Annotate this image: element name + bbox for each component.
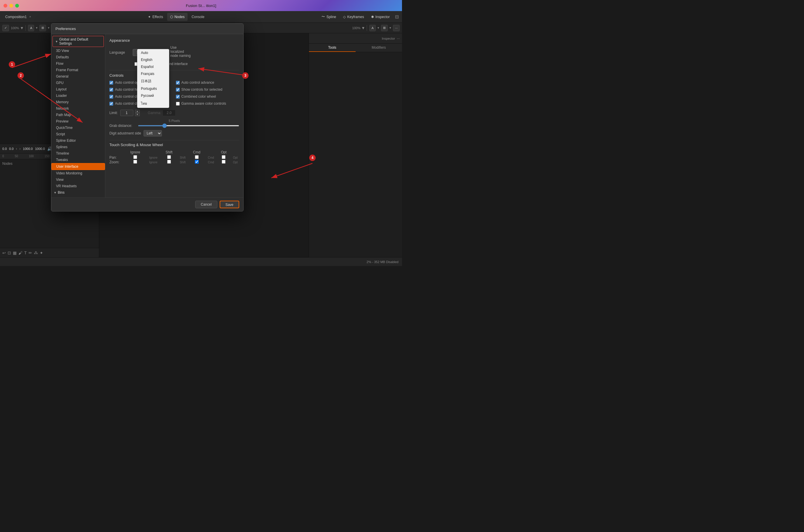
show-controls-checkbox[interactable] (176, 88, 180, 92)
limit-up[interactable]: ▲ (135, 110, 140, 113)
keyframes-tab[interactable]: ◇ Keyframes (340, 13, 367, 21)
auto-close-tools-checkbox[interactable] (109, 95, 113, 99)
prev-frame-btn[interactable]: ‹ (16, 147, 17, 151)
inspector-more-btn[interactable]: ··· (393, 25, 400, 31)
tab-modifiers[interactable]: Modifiers (356, 44, 402, 52)
tool-paint-btn[interactable]: 🖌 (18, 250, 22, 255)
inspector-text-btn[interactable]: A (369, 25, 375, 31)
inspector-zoom-arrow[interactable]: ▾ (362, 25, 364, 31)
sidebar-timeline[interactable]: Timeline (51, 150, 105, 157)
tool-text-btn[interactable]: T (24, 250, 27, 255)
gamma-input[interactable] (163, 110, 175, 116)
tool-select-btn[interactable]: ↩ (2, 250, 6, 255)
tool-particle-btn[interactable]: ⁂ (34, 250, 38, 255)
sidebar-video-monitoring[interactable]: Video Monitoring (51, 170, 105, 176)
save-button[interactable]: Save (220, 201, 239, 208)
minimize-button[interactable] (10, 4, 13, 7)
sidebar-user-interface[interactable]: User Interface (51, 163, 105, 170)
effects-tab[interactable]: ✦ Effects (145, 13, 166, 21)
pan-shift-checkbox[interactable] (167, 155, 171, 159)
global-settings-section[interactable]: ▼ Global and Default Settings (53, 36, 104, 47)
checkmark-button[interactable]: ✓ (2, 25, 9, 31)
sidebar-view[interactable]: View (51, 176, 105, 183)
sidebar-gpu[interactable]: GPU (51, 80, 105, 86)
text-dropdown[interactable]: ▾ (36, 26, 38, 30)
digit-side-select[interactable]: Left Right (144, 130, 162, 136)
sidebar-tweaks[interactable]: Tweaks (51, 157, 105, 163)
next-frame-btn[interactable]: › (20, 147, 21, 151)
auto-close-modifiers-checkbox[interactable] (109, 102, 113, 106)
tool-grid-btn[interactable]: ▦ (13, 250, 17, 255)
zoom-cmd-checkbox[interactable] (195, 160, 199, 164)
spline-tab[interactable]: 〜 Spline (319, 13, 339, 21)
language-select[interactable]: 简体中文 (133, 49, 162, 56)
main-toolbar: Composition1 × ✦ Effects ⬡ Nodes Console… (0, 11, 402, 23)
sidebar-flow[interactable]: Flow (51, 60, 105, 67)
sidebar-memory[interactable]: Memory (51, 99, 105, 105)
nodes-tab[interactable]: ⬡ Nodes (167, 13, 188, 21)
sidebar-path-map[interactable]: Path Map (51, 112, 105, 118)
sidebar-layout[interactable]: Layout (51, 86, 105, 93)
gamma-aware-checkbox[interactable] (176, 102, 180, 106)
inspector-label: Inspector (375, 15, 390, 19)
inspector-view-btn[interactable]: ⊞ (381, 25, 388, 31)
sidebar-preview[interactable]: Preview (51, 118, 105, 125)
bins-section[interactable]: ▼ Bins (51, 189, 105, 196)
sidebar-general[interactable]: General (51, 73, 105, 80)
inspector-tab[interactable]: ✱ Inspector (368, 13, 393, 21)
console-tab[interactable]: Console (189, 13, 207, 21)
dropdown-arrow[interactable]: ▾ (21, 25, 23, 31)
zoom-opt-checkbox[interactable] (222, 160, 225, 164)
gray-bg-checkbox[interactable] (134, 62, 138, 66)
inspector-text-arrow[interactable]: ▾ (377, 26, 379, 30)
composition-tab[interactable]: Composition1 × (2, 13, 34, 21)
grab-distance-slider[interactable] (138, 125, 239, 126)
sidebar-loader[interactable]: Loader (51, 93, 105, 99)
auto-open-label: Auto control open (115, 80, 142, 84)
pan-opt-checkbox[interactable] (222, 155, 225, 159)
col-ignore-header: Ignore (124, 149, 147, 155)
sidebar-security[interactable]: Security (51, 196, 105, 197)
spline-label: Spline (326, 15, 336, 19)
combined-color-checkbox[interactable] (176, 95, 180, 99)
grab-distance-label: Grab distance: (109, 124, 136, 128)
preferences-dialog[interactable]: Preferences ▼ Global and Default Setting… (51, 23, 244, 211)
close-button[interactable] (3, 4, 7, 7)
sidebar-quicktime[interactable]: QuickTime (51, 125, 105, 131)
inspector-view-arrow[interactable]: ▾ (390, 26, 391, 30)
text-button[interactable]: A (28, 25, 34, 31)
sidebar-spline-editor[interactable]: Spline Editor (51, 137, 105, 144)
tool-box-btn[interactable]: ⊡ (7, 250, 11, 255)
auto-advance-checkbox[interactable] (176, 81, 180, 84)
zoom-ignore-checkbox[interactable] (133, 160, 137, 164)
composition-tab-close[interactable]: × (29, 15, 31, 18)
zoom-shift-checkbox[interactable] (167, 160, 171, 164)
limit-down[interactable]: ▼ (135, 113, 140, 116)
maximize-button[interactable] (15, 4, 19, 7)
col-opt-header: Opt (216, 149, 231, 155)
pan-ignore-checkbox[interactable] (133, 155, 137, 159)
touch-header: Touch Scrolling & Mouse Wheel (109, 142, 239, 147)
sidebar-vr-headsets[interactable]: VR Headsets (51, 183, 105, 189)
limit-input[interactable] (120, 110, 133, 116)
sidebar-defaults[interactable]: Defaults (51, 54, 105, 60)
sidebar-script[interactable]: Script (51, 131, 105, 137)
auto-open-checkbox[interactable] (109, 81, 113, 84)
tool-pen-btn[interactable]: ✏ (29, 250, 32, 255)
sidebar-splines[interactable]: Splines (51, 144, 105, 150)
inspector-more[interactable]: ··· (397, 36, 400, 40)
pan-cmd-checkbox[interactable] (195, 155, 199, 159)
auto-close-tools-row: Auto control close tools (109, 95, 173, 99)
localized-checkbox[interactable] (165, 50, 169, 54)
view-button[interactable]: ⊞ (39, 25, 46, 31)
view-dropdown[interactable]: ▾ (48, 26, 50, 30)
panel-toggle[interactable]: ⊟ (394, 14, 400, 20)
auto-hide-checkbox[interactable] (109, 88, 113, 92)
window-controls[interactable] (3, 4, 19, 7)
tool-misc-btn[interactable]: ✦ (40, 250, 43, 255)
sidebar-3dview[interactable]: 3D View (51, 48, 105, 54)
sidebar-network[interactable]: Network (51, 105, 105, 112)
cancel-button[interactable]: Cancel (195, 201, 217, 208)
sidebar-frame-format[interactable]: Frame Format (51, 67, 105, 73)
tab-tools[interactable]: Tools (309, 44, 356, 52)
